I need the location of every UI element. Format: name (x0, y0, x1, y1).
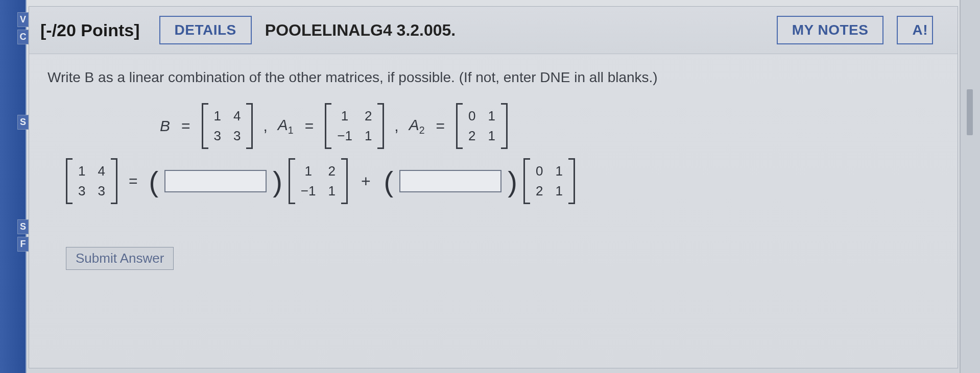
equation-row: 14 33 = ( ) 12 −11 + ( ) 01 21 (66, 161, 939, 201)
ask-teacher-button[interactable]: A! (897, 16, 933, 44)
matrix-A2: 01 21 (456, 106, 508, 146)
definitions-row: B = 14 33 , A1 = 12 −11 , A2 (160, 106, 939, 146)
right-paren-icon: ) (508, 165, 517, 198)
submit-area: Submit Answer (66, 247, 939, 270)
sidebar-tab-f[interactable]: F (17, 237, 29, 252)
equals-sign: = (436, 117, 445, 135)
comma: , (263, 117, 267, 135)
left-paren-icon: ( (149, 165, 158, 198)
assignment-id: POOLELINALG4 3.2.005. (265, 21, 777, 40)
matrix-B-eq: 14 33 (66, 161, 117, 201)
left-paren-icon: ( (384, 165, 394, 198)
right-scrollbar-track[interactable] (960, 0, 980, 373)
var-A2: A (409, 116, 419, 133)
matrix-A1: 12 −11 (325, 106, 384, 146)
right-paren-icon: ) (273, 165, 282, 198)
var-A1: A (278, 116, 288, 133)
coeff-1-input[interactable] (164, 170, 267, 192)
scrollbar-thumb[interactable] (967, 89, 973, 135)
question-prompt: Write B as a linear combination of the o… (47, 69, 939, 86)
matrix-A1-eq: 12 −11 (289, 161, 348, 201)
sub-1: 1 (288, 125, 294, 136)
question-header: [-/20 Points] DETAILS POOLELINALG4 3.2.0… (29, 7, 958, 54)
sidebar-tab-v[interactable]: V (17, 12, 29, 27)
details-button[interactable]: DETAILS (159, 16, 252, 44)
sidebar-tab-s1[interactable]: S (17, 115, 29, 130)
sub-2: 2 (419, 125, 425, 136)
points-label: [-/20 Points] (40, 20, 140, 40)
submit-answer-button[interactable]: Submit Answer (66, 247, 174, 270)
plus-sign: + (361, 172, 371, 191)
sidebar-tab-s2[interactable]: S (17, 219, 29, 234)
equals-sign: = (181, 117, 190, 135)
question-panel: [-/20 Points] DETAILS POOLELINALG4 3.2.0… (29, 6, 958, 368)
comma: , (394, 117, 398, 135)
sidebar-tab-c[interactable]: C (17, 30, 29, 44)
equals-sign: = (129, 172, 138, 190)
question-body: Write B as a linear combination of the o… (29, 54, 958, 285)
var-B: B (160, 117, 170, 135)
matrix-A2-eq: 01 21 (523, 161, 575, 201)
my-notes-button[interactable]: MY NOTES (777, 16, 884, 44)
coeff-2-input[interactable] (399, 170, 501, 192)
left-sidebar: V C S S F (0, 0, 27, 373)
matrix-B: 14 33 (202, 106, 253, 146)
equals-sign: = (305, 117, 314, 135)
